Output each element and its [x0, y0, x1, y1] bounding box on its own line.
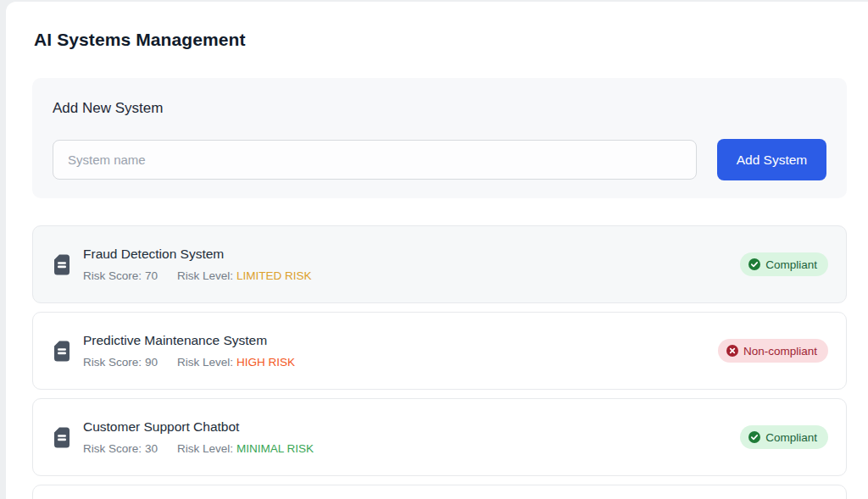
- system-name-input[interactable]: [53, 140, 697, 180]
- system-name: Fraud Detection System: [83, 247, 312, 262]
- system-name: Predictive Maintenance System: [83, 333, 295, 348]
- status-badge-label: Compliant: [765, 431, 817, 444]
- add-new-system-card: Add New System Add System: [32, 78, 847, 198]
- main-panel: AI Systems Management Add New System Add…: [6, 2, 868, 499]
- system-meta: Risk Score:70 Risk Level:LIMITED RISK: [83, 269, 312, 282]
- system-info: Customer Support Chatbot Risk Score:30 R…: [83, 419, 314, 455]
- risk-score: Risk Score:30: [83, 442, 158, 455]
- system-meta: Risk Score:90 Risk Level:HIGH RISK: [83, 356, 295, 369]
- check-circle-icon: [748, 258, 760, 270]
- document-icon: [53, 426, 70, 448]
- x-circle-icon: [726, 345, 738, 357]
- risk-level: Risk Level:MINIMAL RISK: [177, 442, 314, 455]
- system-meta: Risk Score:30 Risk Level:MINIMAL RISK: [83, 442, 314, 455]
- status-badge-label: Non-compliant: [743, 345, 817, 358]
- add-form-row: Add System: [53, 139, 826, 180]
- status-badge: Compliant: [740, 252, 828, 276]
- page-title: AI Systems Management: [34, 30, 868, 50]
- risk-score: Risk Score:90: [83, 356, 158, 369]
- document-icon: [53, 340, 70, 362]
- system-info: Fraud Detection System Risk Score:70 Ris…: [83, 247, 312, 282]
- status-badge-label: Compliant: [765, 258, 817, 271]
- system-card[interactable]: Customer Support Chatbot Risk Score:30 R…: [32, 398, 847, 476]
- check-circle-icon: [748, 431, 760, 443]
- risk-level: Risk Level:LIMITED RISK: [177, 269, 312, 282]
- document-icon: [53, 253, 70, 275]
- system-info: Predictive Maintenance System Risk Score…: [83, 333, 295, 369]
- risk-level: Risk Level:HIGH RISK: [177, 356, 295, 369]
- status-badge: Compliant: [740, 425, 828, 449]
- system-list: Fraud Detection System Risk Score:70 Ris…: [32, 225, 847, 499]
- system-card[interactable]: Fraud Detection System Risk Score:70 Ris…: [32, 225, 847, 303]
- risk-score: Risk Score:70: [83, 269, 158, 282]
- system-card-partial[interactable]: [32, 485, 847, 499]
- add-system-button[interactable]: Add System: [717, 139, 826, 180]
- system-card[interactable]: Predictive Maintenance System Risk Score…: [32, 312, 847, 390]
- status-badge: Non-compliant: [718, 339, 828, 363]
- system-name: Customer Support Chatbot: [83, 419, 314, 435]
- add-form-heading: Add New System: [53, 100, 826, 117]
